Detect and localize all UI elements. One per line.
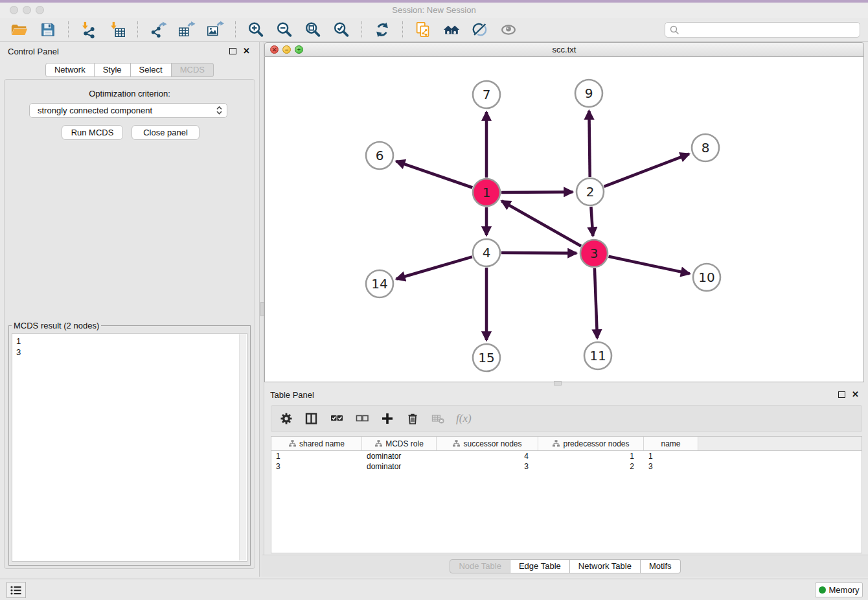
graph-svg[interactable]: 7968124314101511 xyxy=(265,57,863,381)
node-11[interactable]: 11 xyxy=(584,342,611,369)
column-header-predecessor-nodes[interactable]: predecessor nodes xyxy=(538,437,644,450)
column-header-name[interactable]: name xyxy=(644,437,698,450)
tab-motifs[interactable]: Motifs xyxy=(641,559,681,573)
home-view-button[interactable] xyxy=(442,20,461,40)
table-cell[interactable]: 3 xyxy=(271,461,362,472)
result-scrollbar[interactable] xyxy=(239,334,246,560)
table-cell[interactable]: 4 xyxy=(437,451,538,461)
float-table-panel-icon[interactable] xyxy=(838,391,845,398)
memory-button[interactable]: Memory xyxy=(815,583,863,597)
table-cell[interactable]: 2 xyxy=(538,461,644,472)
clone-network-button[interactable] xyxy=(413,20,433,40)
edge-3-11[interactable] xyxy=(595,268,597,338)
zoom-fit-button[interactable] xyxy=(303,20,323,40)
tab-select[interactable]: Select xyxy=(131,63,172,77)
zoom-selected-icon xyxy=(332,21,350,39)
select-stepper-icon xyxy=(216,106,223,115)
node-6[interactable]: 6 xyxy=(366,142,393,169)
edge-4-14[interactable] xyxy=(396,257,472,279)
edge-2-9[interactable] xyxy=(589,111,589,177)
node-7[interactable]: 7 xyxy=(473,81,500,108)
frame-close-button[interactable] xyxy=(270,45,279,54)
open-file-button[interactable] xyxy=(10,20,29,40)
frame-minimize-button[interactable] xyxy=(282,45,291,54)
node-8[interactable]: 8 xyxy=(692,134,719,161)
tab-edge-table[interactable]: Edge Table xyxy=(510,559,570,573)
column-header-shared-name[interactable]: shared name xyxy=(271,437,362,450)
network-canvas[interactable]: 7968124314101511 xyxy=(264,57,864,382)
tab-network-table[interactable]: Network Table xyxy=(570,559,641,573)
deselect-all-button[interactable] xyxy=(354,410,371,427)
criterion-select[interactable]: strongly connected component xyxy=(29,103,227,118)
edge-2-8[interactable] xyxy=(604,154,689,187)
run-mcds-button[interactable]: Run MCDS xyxy=(62,125,123,140)
select-all-button[interactable] xyxy=(328,410,345,427)
tab-node-table[interactable]: Node Table xyxy=(450,559,510,573)
export-network-button[interactable] xyxy=(148,20,168,40)
tab-style[interactable]: Style xyxy=(95,63,131,77)
columns-icon xyxy=(304,411,319,426)
table-cell[interactable]: 1 xyxy=(644,451,698,461)
show-tasks-button[interactable] xyxy=(6,582,26,598)
zoom-selected-button[interactable] xyxy=(332,20,351,40)
column-header-successor-nodes[interactable]: successor nodes xyxy=(437,437,538,450)
mcds-result-group: MCDS result (2 nodes) 13 xyxy=(8,321,251,566)
function-builder-button[interactable]: f(x) xyxy=(456,412,472,425)
node-4[interactable]: 4 xyxy=(473,239,500,266)
horizontal-divider-handle[interactable] xyxy=(554,381,562,386)
window-titlebar[interactable]: Session: New Session xyxy=(0,3,868,18)
delete-column-button[interactable] xyxy=(404,410,421,427)
node-label: 6 xyxy=(376,148,384,163)
close-table-panel-icon[interactable]: ✕ xyxy=(852,391,859,398)
export-table-button[interactable] xyxy=(177,20,196,40)
close-panel-icon[interactable]: ✕ xyxy=(243,47,250,55)
node-1[interactable]: 1 xyxy=(473,179,500,206)
edge-4-3[interactable] xyxy=(501,253,577,253)
node-14[interactable]: 14 xyxy=(366,270,393,297)
node-2[interactable]: 2 xyxy=(577,178,604,205)
delete-table-button[interactable] xyxy=(429,410,446,427)
node-label: 9 xyxy=(585,86,593,101)
table-cell[interactable]: dominator xyxy=(362,461,437,472)
column-header-MCDS-role[interactable]: MCDS role xyxy=(362,437,437,450)
zoom-out-button[interactable] xyxy=(275,20,294,40)
table-row[interactable]: 1dominator411 xyxy=(271,451,862,461)
search-input[interactable] xyxy=(680,25,856,35)
show-columns-button[interactable] xyxy=(303,410,320,427)
edge-3-1[interactable] xyxy=(502,201,582,246)
tab-mcds[interactable]: MCDS xyxy=(172,63,214,77)
edge-1-2[interactable] xyxy=(501,192,573,192)
tab-network[interactable]: Network xyxy=(45,63,95,77)
add-column-button[interactable] xyxy=(379,410,396,427)
table-cell[interactable]: 1 xyxy=(271,451,362,461)
node-10[interactable]: 10 xyxy=(693,264,720,291)
save-session-button[interactable] xyxy=(38,20,58,40)
close-panel-button[interactable]: Close panel xyxy=(131,125,200,140)
graphics-details-button[interactable] xyxy=(499,20,518,40)
import-table-button[interactable] xyxy=(108,20,127,40)
float-panel-icon[interactable] xyxy=(229,48,236,54)
node-9[interactable]: 9 xyxy=(575,80,602,107)
apply-layout-button[interactable] xyxy=(372,20,392,40)
table-settings-button[interactable] xyxy=(278,410,295,427)
search-box[interactable] xyxy=(665,22,860,38)
edge-1-6[interactable] xyxy=(396,161,473,188)
node-3[interactable]: 3 xyxy=(580,240,608,267)
network-frame-titlebar[interactable]: scc.txt xyxy=(264,42,864,57)
import-network-button[interactable] xyxy=(79,20,98,40)
table-cell[interactable]: dominator xyxy=(362,451,437,461)
edge-3-10[interactable] xyxy=(609,257,690,274)
table-row[interactable]: 3dominator323 xyxy=(271,461,862,472)
network-title: scc.txt xyxy=(265,43,863,57)
node-15[interactable]: 15 xyxy=(473,344,500,371)
table-cell[interactable]: 1 xyxy=(538,451,644,461)
export-image-button[interactable] xyxy=(205,20,225,40)
show-hide-graphics-button[interactable] xyxy=(470,20,490,40)
table-cell[interactable]: 3 xyxy=(437,461,538,472)
zoom-in-button[interactable] xyxy=(246,20,266,40)
refresh-icon xyxy=(373,21,391,39)
frame-maximize-button[interactable] xyxy=(295,45,303,54)
mcds-result-textarea[interactable]: 13 xyxy=(12,333,247,562)
edge-2-3[interactable] xyxy=(591,207,593,236)
table-cell[interactable]: 3 xyxy=(644,461,698,472)
